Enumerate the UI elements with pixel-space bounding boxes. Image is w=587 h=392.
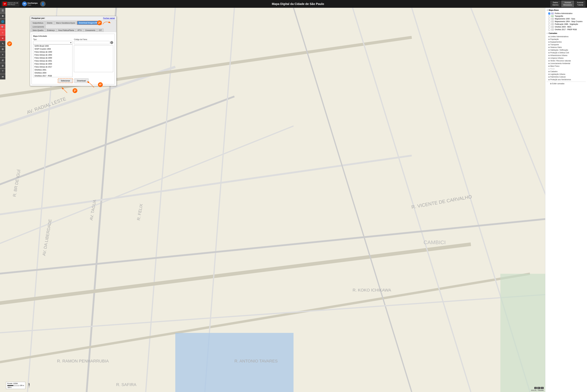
camada-meio-fisico[interactable]: ⊞Meio Físico	[546, 65, 586, 68]
codigo-input-row: i	[74, 41, 113, 44]
tab-zoneamento[interactable]: Zoneamento	[84, 28, 97, 32]
search-tool-button[interactable]: 🔍	[0, 24, 6, 30]
layer-ortofoto2004[interactable]: Ortofoto 2004 - MDC	[546, 26, 586, 28]
camada-protecao-aero[interactable]: ⊞Proteção aos Aeródromos	[546, 78, 586, 81]
dropdown-item-ortofotos2004[interactable]: Ortofotos 2004	[33, 72, 72, 74]
tab-subprefeitura[interactable]: Subprefeitura	[31, 21, 45, 25]
tab-setor-quadra[interactable]: Setor-Quadra	[31, 28, 45, 32]
tab-cit[interactable]: CIT	[97, 28, 103, 32]
topografia-checkbox[interactable]	[548, 15, 550, 17]
camada-limites[interactable]: ⊞Limites Administrativos	[546, 35, 586, 38]
layers-button[interactable]: ☰	[0, 8, 6, 13]
star-tool-button[interactable]: ⚙	[0, 46, 6, 52]
person-icon: 👤	[40, 1, 46, 6]
acessar-metadados-button[interactable]: Acessar Metadados	[561, 0, 574, 7]
mail-tool-button[interactable]: ✉	[0, 74, 6, 80]
dropdown-item-fotos2004[interactable]: Fotos Aéreas de 2004	[33, 62, 72, 66]
tab-iptu[interactable]: IPTU	[76, 28, 83, 32]
camada-cadastro[interactable]: ⊞Cadastro	[546, 70, 586, 73]
dropdown-item-ortofotos2017rgb[interactable]: Ortofotos 2017 - RGB	[33, 74, 72, 77]
camada-rural[interactable]: ⊞Rural	[546, 68, 586, 70]
acessar-tutorial-button[interactable]: Acessar Tutorlal	[575, 0, 586, 7]
main-title: Mapa Digital da Cidade de São Paulo	[47, 2, 548, 6]
ortofoto2017-checkbox[interactable]	[548, 29, 550, 30]
politico-checkbox[interactable]	[548, 12, 550, 14]
publicacao1988-checkbox[interactable]	[548, 23, 550, 25]
geosampa-text: GeoSampa Mapa	[28, 2, 38, 6]
camada-habitacao[interactable]: ⊞Habitação / Edificação	[546, 49, 586, 51]
selecionar-button[interactable]: Selecionar	[58, 78, 73, 83]
print-tool-button[interactable]: 🖨	[0, 58, 6, 63]
tab-download[interactable]: Download Imagens/MDC	[77, 21, 102, 25]
edit-tool-button[interactable]: ✎	[0, 41, 6, 46]
tipo-select[interactable]: ▾	[33, 41, 72, 44]
tab-marco[interactable]: Marco Geodésico/Apoio	[54, 21, 77, 25]
camada-populacao[interactable]: ⊞População	[546, 38, 586, 40]
exibir-camadas-button[interactable]: ⊞ Exibir camadas	[546, 82, 586, 85]
config-tool-button[interactable]: ⚙	[0, 63, 6, 68]
mapa-articulado-group: Mapa Articulado Tipo: ▾	[32, 34, 115, 84]
geosampa-logo: 🗺 GeoSampa Mapa	[21, 1, 39, 7]
mapeamento1954-checkbox[interactable]	[548, 20, 550, 22]
tab-licenciamento[interactable]: Licenciamento	[31, 25, 46, 28]
svg-marker-32	[29, 386, 30, 388]
hand-tool-button[interactable]: ✥	[0, 13, 6, 19]
layer-politico[interactable]: Político-Administrativo	[546, 12, 586, 15]
bars-tool-button[interactable]: ≡	[0, 52, 6, 57]
pin-tool-button[interactable]: ≣	[0, 36, 6, 41]
camadas-triangle-icon: —	[546, 32, 548, 34]
camada-verde[interactable]: ⊞Verde / Recursos naturais	[546, 60, 586, 62]
mapeamento1930-checkbox[interactable]	[548, 18, 550, 20]
tab-area-publica[interactable]: Área Pública/Planta	[56, 28, 76, 32]
layer-publicacao1988[interactable]: Publicação 1988 - Vegetação	[546, 23, 586, 26]
camada-protecao[interactable]: ⊞Proteção e Defesa Civil	[546, 51, 586, 54]
dropdown-item-fotos2000[interactable]: Fotos Aéreas de 2000	[33, 56, 72, 60]
layer-mapeamento1930[interactable]: Mapeamento 1930 - Sara	[546, 18, 586, 20]
by-icon: BY	[537, 387, 540, 389]
dropdown-item-fotos1940[interactable]: Fotos Aéreas de 1940	[33, 50, 72, 54]
dropdown-item-fotos2017[interactable]: Fotos Aéreas de 2017	[33, 66, 72, 68]
globe-tool-button[interactable]: 🌐	[0, 19, 6, 24]
compass: N	[27, 382, 31, 389]
camada-licenciamento-amb[interactable]: ⊞Licenciamento Ambiental	[546, 62, 586, 65]
dropdown-item-ortofotos2001[interactable]: Ortofotos 2001	[33, 68, 72, 72]
dropdown-item-vasp1954[interactable]: VASP Cruzeiro 1954	[33, 48, 72, 50]
close-panel-button[interactable]: Fechar painel	[103, 17, 115, 19]
camada-sistema-viario[interactable]: ⊞Sistema Viário	[546, 46, 586, 49]
dropdown-item-fotos2001[interactable]: Fotos Aéreas de 2001	[33, 60, 72, 62]
tipo-dropdown-list[interactable]: SARA Brasil 1930 VASP Cruzeiro 1954 Foto…	[33, 44, 72, 77]
help-tool-button[interactable]: ?	[0, 68, 6, 74]
tab-endereco[interactable]: Endereço	[46, 28, 56, 32]
codigo-label: Código da Faixa:	[74, 38, 113, 40]
measure-tool-button[interactable]: ⊹	[0, 30, 6, 35]
dropdown-item-fotos1954[interactable]: Fotos Aéreas de 1954	[33, 54, 72, 56]
codigo-field-group: Código da Faixa: i	[74, 38, 113, 77]
camada-equipamentos[interactable]: ⊞Equipamentos	[546, 40, 586, 43]
tab-distrito[interactable]: Distrito	[45, 21, 54, 25]
dropdown-item-sara1930[interactable]: SARA Brasil 1930	[33, 44, 72, 48]
map-container[interactable]: AV. RADIAL LESTE R. BR DE IGUÍ AV. DA LI…	[0, 8, 587, 392]
dados-abertos-button[interactable]: Dados Abertos	[550, 0, 560, 7]
action-buttons-row: Selecionar Download	[33, 78, 113, 83]
svg-text:R. KOKO ICHIKAWA: R. KOKO ICHIKAWA	[352, 288, 391, 292]
download-button[interactable]: Download	[74, 78, 88, 83]
coordinates-display: 333116, 7393940	[531, 390, 544, 391]
camadas-section-title: — Camadas	[546, 32, 586, 34]
prefeitura-logo: SP PREFEITURA DE SÃO PAULO	[2, 1, 20, 6]
layer-ortofoto2017[interactable]: Ortofoto 2017 - PMSP RGB	[546, 28, 586, 31]
layer-topografia[interactable]: Topografia	[546, 15, 586, 18]
scale-graphic: Escala: 10394 100 m 500 ft	[7, 382, 24, 388]
camada-legislacao[interactable]: ⊞Legislação Urbana	[546, 73, 586, 76]
ortofoto2004-checkbox[interactable]	[548, 26, 550, 28]
info-button[interactable]: i	[110, 41, 113, 44]
camada-infraestrutura[interactable]: ⊞Infraestrutura Urbana	[546, 54, 586, 57]
layer-mapeamento1954[interactable]: Mapeamento 1954 - Vasp Cruzeiro	[546, 20, 586, 23]
svg-text:CAMBICI: CAMBICI	[424, 240, 446, 245]
tabs-row1: Subprefeitura Distrito Marco Geodésico/A…	[30, 20, 116, 28]
camada-limpeza[interactable]: ⊞Limpeza Urbana	[546, 57, 586, 60]
codigo-input[interactable]	[74, 41, 110, 44]
mapa-base-section-title: ▼ Mapa Base	[546, 9, 586, 11]
camada-transporte[interactable]: ⊞Transporte	[546, 43, 586, 46]
results-area[interactable]	[74, 45, 113, 72]
camada-patrimonio[interactable]: ⊞Patrimônio Cultural	[546, 76, 586, 78]
